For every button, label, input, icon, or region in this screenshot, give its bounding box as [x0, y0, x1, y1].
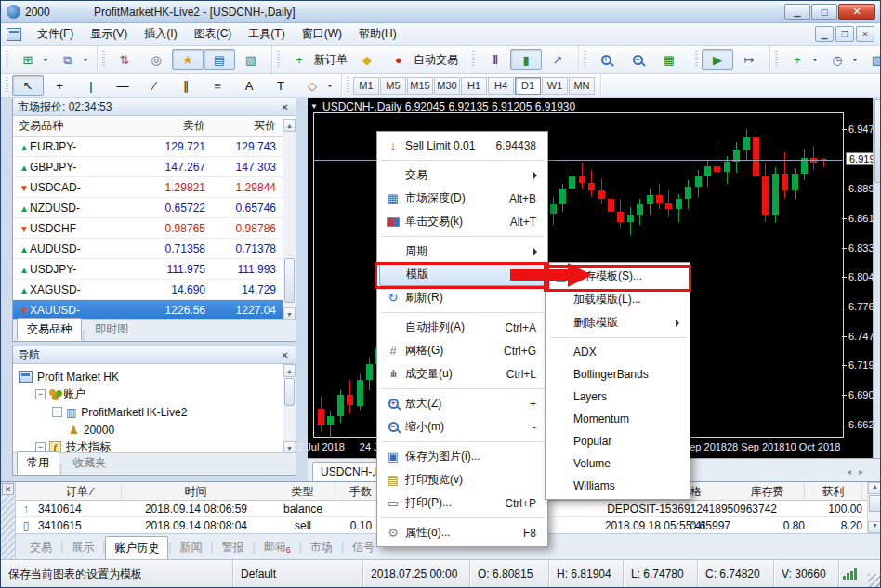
template-submenu-template-bollingerbands[interactable]: BollingerBands [547, 363, 688, 385]
resize-grip[interactable] [868, 574, 881, 587]
timeframe-MN[interactable]: MN [569, 77, 595, 95]
chart-shift-button[interactable]: ↦ [733, 49, 765, 70]
timeframe-H1[interactable]: H1 [461, 77, 487, 95]
column-ask[interactable]: 买价 [211, 118, 282, 134]
timeframe-W1[interactable]: W1 [542, 77, 568, 95]
tree-item[interactable]: −▥ProfitMarketHK-Live2 [19, 403, 296, 421]
tree-item[interactable]: −账户 [19, 385, 296, 403]
vertical-line-button[interactable]: | [75, 75, 107, 96]
scrollbar-thumb[interactable] [869, 495, 881, 512]
menu-item-1[interactable]: 显示(V) [82, 23, 136, 44]
scrollbar-thumb[interactable] [284, 378, 295, 406]
dropdown-caret-icon[interactable] [327, 85, 333, 90]
context-menu-trading[interactable]: 交易 [379, 163, 546, 187]
tree-item[interactable]: ♟20000 [19, 421, 296, 438]
terminal-scrollbar[interactable]: ▲ ▼ [867, 482, 881, 533]
market-watch-tab-0[interactable]: 交易品种 [17, 318, 82, 341]
scrollbar-thumb[interactable] [874, 99, 881, 183]
timeframe-H4[interactable]: H4 [488, 77, 514, 95]
tile-windows-button[interactable]: ▦ [653, 49, 685, 70]
context-menu-print[interactable]: ▭打印(P)... Ctrl+P [379, 491, 546, 515]
zoom-in-button[interactable]: + [590, 49, 622, 70]
auto-scroll-button[interactable]: ▶ [702, 49, 733, 70]
scroll-up-button[interactable]: ▲ [283, 119, 296, 132]
dropdown-caret-icon[interactable] [852, 59, 858, 64]
mdi-close-button[interactable]: ✕ [856, 26, 874, 42]
terminal-tab-2[interactable]: 账户历史 [105, 536, 168, 561]
dropdown-caret-icon[interactable] [83, 59, 88, 64]
menu-item-3[interactable]: 图表(C) [186, 23, 241, 44]
autotrading-button[interactable]: ●自动交易 [383, 49, 462, 70]
menu-item-4[interactable]: 工具(T) [240, 23, 293, 44]
terminal-tab-0[interactable]: 交易 [21, 536, 60, 559]
mdi-restore-button[interactable]: ❐ [835, 26, 854, 42]
dropdown-caret-icon[interactable] [43, 59, 48, 64]
scroll-down-button[interactable]: ▼ [868, 521, 881, 533]
context-menu-properties[interactable]: ⚙属性(o)... F8 [379, 521, 546, 544]
tree-collapse-icon[interactable]: − [35, 389, 46, 399]
column-symbol[interactable]: 交易品种 [13, 118, 138, 134]
template-submenu-template-adx[interactable]: ADX [547, 341, 688, 363]
market-watch-scrollbar[interactable]: ▲ ▼ [283, 119, 296, 320]
close-button[interactable]: ✕ [838, 4, 875, 20]
shapes-button[interactable]: ◇ [296, 75, 336, 96]
context-menu-refresh[interactable]: ↻刷新(R) [379, 286, 546, 309]
market-watch-row[interactable]: ▼USDCAD- 1.29821 1.29844 [13, 177, 296, 198]
tree-collapse-icon[interactable]: − [52, 407, 62, 417]
template-submenu-template-williams[interactable]: Williams [547, 475, 688, 497]
menu-item-6[interactable]: 帮助(H) [350, 23, 405, 44]
terminal-tab-1[interactable]: 展示 [63, 536, 102, 559]
channel-button[interactable]: ∥ [170, 75, 202, 96]
scrollbar-thumb[interactable] [284, 258, 295, 303]
status-template[interactable]: Default [233, 560, 363, 588]
context-menu-auto-arrange[interactable]: 自动排列(A) Ctrl+A [379, 316, 546, 339]
strategy-tester-button[interactable]: ▧ [235, 49, 267, 70]
terminal-button[interactable]: ▤ [204, 49, 235, 70]
profiles-button[interactable]: ⧉ [52, 49, 92, 70]
template-submenu-load-template[interactable]: 加载模版(L)... [547, 288, 688, 311]
template-submenu-save-template[interactable]: ▤保存模板(S)... [547, 265, 688, 288]
terminal-tab-5[interactable]: 邮箱6 [256, 535, 299, 558]
timeframe-M30[interactable]: M30 [434, 77, 460, 95]
timeframe-M15[interactable]: M15 [407, 77, 433, 95]
tree-item[interactable]: Profit Market HK [19, 368, 296, 385]
context-menu-print-preview[interactable]: ▤打印预览(v) [379, 468, 546, 491]
column-header-time[interactable]: 时间 [122, 482, 270, 501]
template-submenu-delete-template[interactable]: 删除模版 [547, 311, 688, 334]
context-menu-one-click-trading[interactable]: 单击交易(k) Alt+T [379, 210, 546, 233]
market-watch-row[interactable]: ▲AUDUSD- 0.71358 0.71378 [13, 239, 296, 259]
terminal-tab-6[interactable]: 市场 [302, 536, 341, 559]
label-button[interactable]: T [265, 75, 296, 96]
navigator-button[interactable]: ★ [172, 49, 204, 70]
fibonacci-button[interactable]: ≡ [202, 75, 233, 96]
market-watch-row[interactable]: ▲USDJPY- 111.975 111.993 [13, 259, 296, 280]
new-chart-button[interactable]: ⊞ [12, 49, 52, 70]
market-watch-row[interactable]: ▼USDCHF- 0.98765 0.98786 [13, 218, 296, 239]
menu-item-0[interactable]: 文件(F) [29, 23, 82, 44]
template-submenu-template-popular[interactable]: Popular [547, 430, 688, 452]
line-chart-button[interactable]: ↗ [542, 49, 573, 70]
context-menu-save-as-picture[interactable]: ▣保存为图片(i)... [379, 445, 546, 468]
context-menu-zoom-in[interactable]: +放大(Z) + [379, 392, 546, 415]
context-menu-templates[interactable]: 模版 [379, 263, 546, 286]
templates-button[interactable]: ▨ [861, 49, 881, 70]
context-menu-depth-of-market[interactable]: ▦市场深度(D) Alt+B [379, 187, 546, 210]
timeframe-M5[interactable]: M5 [380, 77, 406, 95]
market-watch-close-icon[interactable]: ✕ [279, 101, 291, 113]
market-watch-row[interactable]: ▲EURJPY- 129.721 129.743 [13, 137, 296, 157]
navigator-close-icon[interactable]: ✕ [279, 349, 291, 361]
context-menu-periods[interactable]: 周期 [379, 240, 546, 263]
navigator-tab-1[interactable]: 收藏夹 [62, 451, 116, 475]
template-submenu-template-momentum[interactable]: Momentum [547, 408, 688, 430]
text-button[interactable]: A [233, 75, 265, 96]
template-submenu-template-volume[interactable]: Volume [547, 452, 688, 475]
zoom-out-button[interactable]: − [622, 49, 653, 70]
menu-item-5[interactable]: 窗口(W) [294, 23, 350, 44]
cursor-button[interactable]: ↖ [12, 75, 44, 96]
metaeditor-button[interactable]: ◆ [351, 49, 383, 70]
terminal-tab-3[interactable]: 新闻 [171, 536, 210, 559]
menu-item-2[interactable]: 插入(I) [136, 23, 185, 44]
mdi-minimize-button[interactable]: ▁ [815, 26, 834, 42]
terminal-tab-4[interactable]: 警报 [214, 536, 253, 559]
horizontal-line-button[interactable]: — [107, 75, 138, 96]
